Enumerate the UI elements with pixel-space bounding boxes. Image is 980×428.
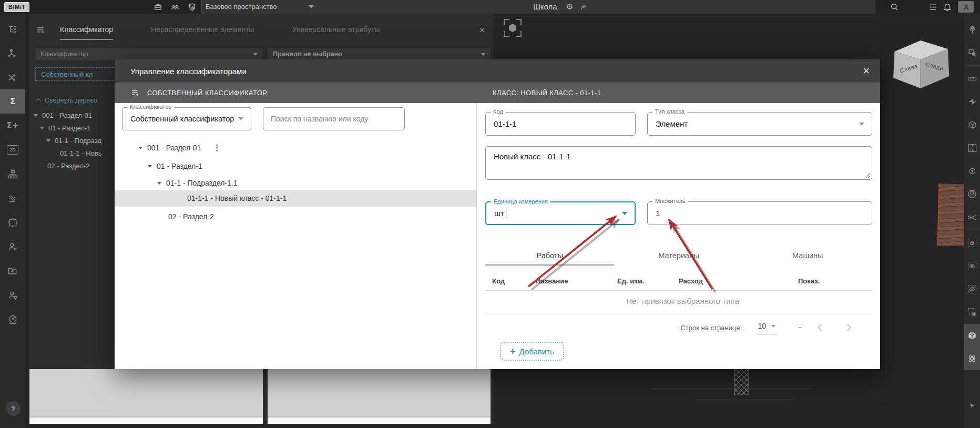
tree-row[interactable]: 001 - Раздел-01 xyxy=(34,111,92,119)
tab-unallocated-elements[interactable]: Нераспределённые элементы xyxy=(151,25,254,40)
tree-row[interactable]: 001 - Раздел-01 ⋮ xyxy=(138,139,221,156)
column-header-code: Код xyxy=(492,277,505,285)
class-type-value: Элемент xyxy=(656,113,688,135)
view-cube[interactable]: Слева Сзади xyxy=(890,39,952,89)
cube-wireframe-button[interactable] xyxy=(964,113,980,136)
tree-row[interactable]: 01 - Раздел-1 xyxy=(40,124,91,132)
divider xyxy=(485,290,872,291)
classifier-management-dialog: Управление классификаторами × СОБСТВЕННЫ… xyxy=(115,59,880,369)
divider xyxy=(875,0,875,14)
description-value: Новый класс - 01-1-1 xyxy=(494,152,570,161)
tree-row-label: 001 - Раздел-01 xyxy=(147,144,201,152)
description-textarea[interactable]: Новый класс - 01-1-1 xyxy=(485,146,872,180)
tree-row[interactable]: 01 - Раздел-1 xyxy=(148,158,202,175)
ruler-button[interactable] xyxy=(964,67,980,90)
user-location-button[interactable] xyxy=(0,283,25,307)
2d-view-button[interactable]: 2D xyxy=(0,138,25,162)
expander-icon[interactable] xyxy=(138,147,142,149)
tab-classifier[interactable]: Классификатор xyxy=(60,25,113,40)
team-icon[interactable] xyxy=(170,3,180,12)
chevron-down-icon[interactable] xyxy=(622,212,627,215)
class-type-select[interactable]: Тип класса Элемент xyxy=(647,112,872,136)
tab-materials[interactable]: Материалы xyxy=(614,251,743,266)
hierarchy-button[interactable] xyxy=(0,17,25,41)
floorplan-button[interactable] xyxy=(964,136,980,159)
class-section-header: КЛАСС: НОВЫЙ КЛАСС - 01-1-1 xyxy=(493,89,601,97)
previous-page-button[interactable] xyxy=(818,324,825,331)
add-binding-button[interactable]: + Добавить xyxy=(500,342,564,361)
show-button[interactable] xyxy=(964,254,980,278)
collapse-tree-label: Свернуть дерево xyxy=(45,97,97,104)
measure-axes-button[interactable] xyxy=(964,206,980,229)
tree-row-selected[interactable]: 01-1-1 - Новый класс - 01-1-1 xyxy=(187,190,287,207)
left-toolbar: Σ Σ+ 2D xyxy=(0,14,25,428)
locate-button[interactable] xyxy=(964,159,980,182)
import-folder-button[interactable] xyxy=(0,259,25,283)
plugin-button[interactable] xyxy=(0,210,25,235)
rows-per-page-label: Строк на странице: xyxy=(680,324,742,332)
notifications-icon[interactable] xyxy=(943,2,952,12)
section-planes-button[interactable] xyxy=(964,90,980,113)
tree-row[interactable]: 01-1 - Подраздел-1.1 xyxy=(157,175,237,191)
rows-per-page-select[interactable]: 10 xyxy=(757,322,777,334)
expander-icon[interactable] xyxy=(148,165,152,168)
collapse-tree-button[interactable]: Свернуть дерево xyxy=(37,97,97,104)
search-input[interactable] xyxy=(263,107,405,130)
gear-icon[interactable]: ⚙ xyxy=(566,2,573,12)
box-mode-button[interactable] xyxy=(964,231,980,254)
classifier-dropdown[interactable]: Классификатор xyxy=(35,48,263,60)
hide-button[interactable] xyxy=(964,278,980,301)
workspace-switcher[interactable]: Базовое пространство xyxy=(206,0,314,14)
org-chart-button[interactable] xyxy=(0,162,25,186)
rule-dropdown-label: Правило не выбрано xyxy=(273,50,342,58)
tree-row[interactable]: 02 - Раздел-2 xyxy=(47,162,90,170)
bracket-corner xyxy=(516,31,522,37)
shield-icon[interactable] xyxy=(188,3,197,12)
multiplier-field[interactable]: Множитель 1 xyxy=(647,201,872,225)
trend-button[interactable] xyxy=(0,186,25,210)
projects-icon[interactable] xyxy=(154,3,162,12)
section-menu-icon[interactable] xyxy=(130,88,140,98)
share-icon[interactable] xyxy=(580,3,589,12)
classifier-select[interactable]: Классификатор Собственный классификатор xyxy=(122,107,251,130)
nodes-button[interactable] xyxy=(0,41,25,65)
focus-region-icon[interactable] xyxy=(504,19,522,37)
user-check-button[interactable] xyxy=(0,235,25,259)
dashboard-button[interactable] xyxy=(0,307,25,331)
sum-add-button[interactable]: Σ+ xyxy=(0,114,25,138)
tab-works[interactable]: Работы xyxy=(485,251,614,266)
resize-handle[interactable] xyxy=(865,172,870,178)
region-capture-button[interactable] xyxy=(964,41,980,64)
tree-row-label: 01 - Раздел-1 xyxy=(157,162,202,170)
orbit-button[interactable] xyxy=(964,347,980,370)
tab-universal-attributes[interactable]: Универсальные атрибуты xyxy=(292,25,380,40)
flag-button[interactable] xyxy=(964,182,980,206)
expander-icon[interactable] xyxy=(157,182,161,185)
search-icon[interactable] xyxy=(890,2,899,12)
project-title: Школа. xyxy=(533,0,559,14)
solid-view-button[interactable] xyxy=(964,324,980,347)
sum-button[interactable]: Σ xyxy=(0,89,25,114)
dialog-titlebar: Управление классификаторами × xyxy=(115,59,880,83)
next-page-button[interactable] xyxy=(844,324,851,331)
vegetation-button[interactable] xyxy=(964,18,980,41)
tab-machines[interactable]: Машины xyxy=(743,251,872,266)
panel-list-area xyxy=(268,369,491,417)
help-button[interactable]: ? xyxy=(6,401,21,416)
tree-row-selected-bg xyxy=(115,190,476,207)
account-icon[interactable] xyxy=(958,1,974,13)
code-field[interactable]: Код 01-1-1 xyxy=(485,112,636,136)
tree-row[interactable]: 01-1-1 - Новь xyxy=(60,149,101,157)
shuffle-button[interactable] xyxy=(0,65,25,89)
panel-close-icon[interactable]: × xyxy=(479,25,485,36)
panel-menu-icon[interactable] xyxy=(36,25,46,35)
tree-row[interactable]: 01-1 - Подразд xyxy=(46,137,101,145)
kebab-menu-icon[interactable]: ⋮ xyxy=(213,143,221,152)
rule-dropdown[interactable]: Правило не выбрано xyxy=(268,48,491,60)
list-icon[interactable] xyxy=(928,3,937,12)
clear-selection-button[interactable] xyxy=(964,301,980,324)
dialog-close-button[interactable]: × xyxy=(863,59,870,83)
unit-combobox[interactable]: Единица измерения шт xyxy=(485,201,636,225)
tree-row[interactable]: 02 - Раздел-2 xyxy=(168,208,214,225)
expander-icon xyxy=(40,127,44,129)
